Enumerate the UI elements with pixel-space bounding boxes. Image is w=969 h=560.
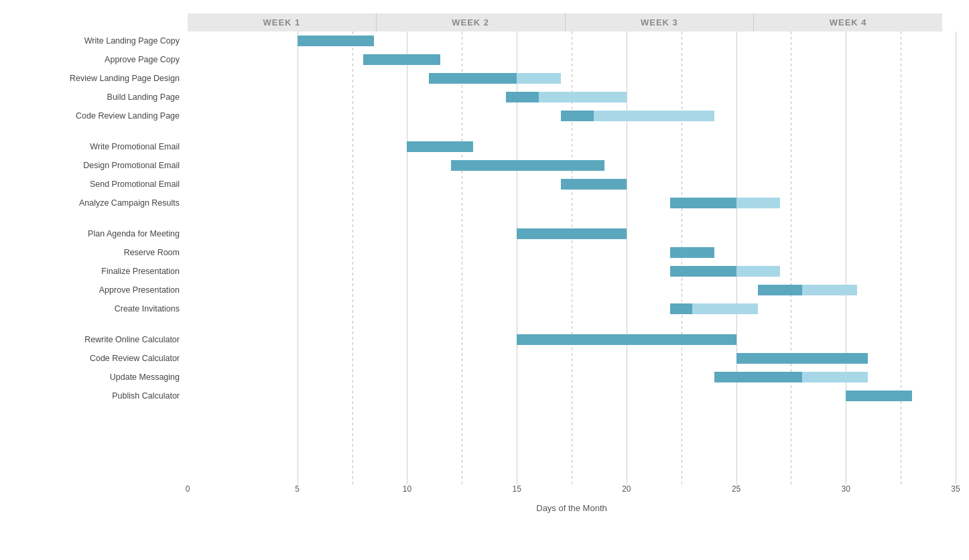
task-label: Approve Presentation: [13, 281, 188, 299]
bar-light-segment: [692, 303, 758, 314]
task-label: Finalize Presentation: [13, 262, 188, 281]
x-axis-labels: 05101520253035: [188, 484, 956, 500]
task-label: Approve Page Copy: [13, 50, 188, 69]
week-header: WEEK 1WEEK 2WEEK 3WEEK 4: [188, 13, 942, 31]
bar-row: [188, 156, 956, 175]
task-label: Write Landing Page Copy: [13, 31, 188, 50]
bar-dark-segment: [714, 372, 802, 382]
bar-light-segment: [736, 198, 780, 208]
bar-dark-segment: [298, 36, 375, 46]
task-label: Review Landing Page Design: [13, 69, 188, 88]
task-label: Code Review Landing Page: [13, 107, 188, 125]
bar-dark-segment: [670, 266, 736, 277]
bar-row: [188, 243, 956, 262]
bar-dark-segment: [561, 111, 594, 121]
bar-dark-segment: [670, 247, 714, 258]
x-tick-25: 25: [732, 484, 740, 494]
bar-row: [188, 107, 956, 125]
task-label: Plan Agenda for Meeting: [13, 224, 188, 243]
bar-dark-segment: [846, 391, 911, 401]
task-labels: Write Landing Page CopyApprove Page Copy…: [13, 31, 188, 484]
x-tick-20: 20: [622, 484, 631, 494]
task-label: Rewrite Online Calculator: [13, 330, 188, 349]
bar-row: [188, 50, 956, 69]
chart-plot-area: [188, 31, 956, 484]
week-label-3: WEEK 3: [566, 13, 755, 31]
task-label: Code Review Calculator: [13, 349, 188, 368]
bars-container: [188, 31, 956, 484]
bar-row: [188, 349, 956, 368]
bar-row: [188, 69, 956, 88]
bar-row: [188, 175, 956, 194]
bar-row: [188, 137, 956, 156]
task-label: Send Promotional Email: [13, 175, 188, 194]
bar-dark-segment: [670, 198, 736, 208]
task-label: Reserve Room: [13, 243, 188, 262]
task-label: Write Promotional Email: [13, 137, 188, 156]
group-spacer: [13, 125, 188, 137]
bar-row: [188, 281, 956, 299]
bar-row: [188, 262, 956, 281]
bar-dark-segment: [363, 54, 440, 65]
week-label-2: WEEK 2: [377, 13, 566, 31]
bar-light-segment: [539, 92, 627, 102]
bar-dark-segment: [670, 303, 692, 314]
week-label-1: WEEK 1: [188, 13, 377, 31]
bar-row: [188, 224, 956, 243]
chart-container: WEEK 1WEEK 2WEEK 3WEEK 4 Write Landing P…: [0, 0, 969, 560]
x-tick-10: 10: [403, 484, 411, 494]
bar-light-segment: [802, 372, 868, 382]
bar-row: [188, 31, 956, 50]
bar-light-segment: [736, 266, 780, 277]
bar-row: [188, 368, 956, 387]
group-spacer: [13, 318, 188, 330]
bar-row: [188, 299, 956, 318]
bar-dark-segment: [451, 160, 604, 171]
week-label-4: WEEK 4: [754, 13, 942, 31]
bar-dark-segment: [506, 92, 539, 102]
task-label: Design Promotional Email: [13, 156, 188, 175]
bar-row: [188, 88, 956, 107]
task-label: Update Messaging: [13, 368, 188, 387]
bar-dark-segment: [429, 73, 517, 84]
bar-row: [188, 194, 956, 212]
task-label: Create Invitations: [13, 299, 188, 318]
x-tick-30: 30: [842, 484, 850, 494]
bar-dark-segment: [736, 353, 868, 364]
bar-dark-segment: [517, 334, 736, 345]
bar-dark-segment: [561, 179, 627, 190]
bar-light-segment: [594, 111, 714, 121]
bar-light-segment: [517, 73, 560, 84]
task-label: Build Landing Page: [13, 88, 188, 107]
bar-light-segment: [802, 285, 857, 295]
x-tick-0: 0: [186, 484, 190, 494]
task-label: Publish Calculator: [13, 387, 188, 405]
bar-dark-segment: [407, 141, 472, 152]
x-tick-5: 5: [295, 484, 300, 494]
grid-line-day-35: [956, 31, 956, 484]
bar-dark-segment: [758, 285, 801, 295]
x-tick-15: 15: [512, 484, 521, 494]
x-axis-title: Days of the Month: [188, 503, 956, 513]
bar-dark-segment: [517, 228, 627, 239]
group-spacer: [13, 212, 188, 224]
bar-row: [188, 387, 956, 405]
x-tick-35: 35: [951, 484, 960, 494]
bar-row: [188, 330, 956, 349]
task-label: Analyze Campaign Results: [13, 194, 188, 212]
